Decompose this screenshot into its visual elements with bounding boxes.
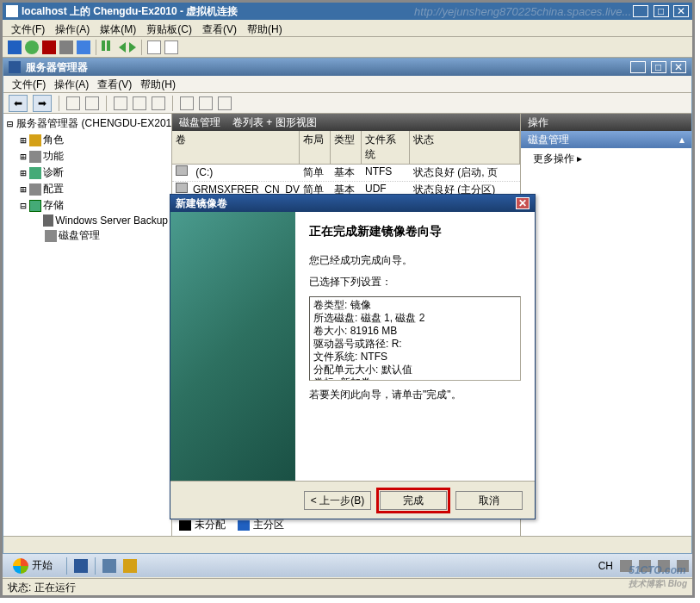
wizard-close-button[interactable]: ✕: [516, 197, 530, 209]
tree-wsb[interactable]: Windows Server Backup: [3, 214, 171, 227]
maximize-button[interactable]: □: [654, 5, 669, 17]
toolbar-icon-1[interactable]: [66, 96, 80, 110]
legend-unallocated-icon: [179, 520, 191, 531]
wizard-text-2: 已选择下列设置：: [309, 275, 521, 289]
menu-media[interactable]: 媒体(M): [96, 22, 139, 34]
quicklaunch-server-manager-icon[interactable]: [74, 559, 88, 573]
menu-help[interactable]: 帮助(H): [244, 22, 286, 34]
tree-roles[interactable]: ⊞角色: [3, 132, 171, 148]
tree-diagnostics[interactable]: ⊞诊断: [3, 165, 171, 181]
menu-action[interactable]: 操作(A): [52, 22, 93, 34]
close-button[interactable]: ✕: [673, 5, 689, 17]
col-layout[interactable]: 布局: [300, 131, 331, 164]
tree-root[interactable]: ⊟服务器管理器 (CHENGDU-EX2010): [3, 115, 171, 132]
menu-view[interactable]: 查看(V): [199, 22, 240, 34]
start-icon[interactable]: [25, 40, 39, 54]
wizard-text-1: 您已经成功完成向导。: [309, 253, 521, 268]
sm-title: 服务器管理器: [26, 60, 629, 75]
revert-icon[interactable]: [164, 40, 178, 54]
cancel-button[interactable]: 取消: [455, 491, 523, 510]
more-actions[interactable]: 更多操作 ▸: [521, 148, 691, 170]
tray-volume-icon[interactable]: [677, 560, 689, 572]
wizard-side-graphic: [170, 212, 295, 481]
legend-primary-icon: [238, 520, 250, 531]
snapshot-icon[interactable]: [147, 40, 161, 54]
shutdown-icon[interactable]: [59, 40, 73, 54]
save-icon[interactable]: [77, 40, 90, 54]
sm-titlebar: 服务器管理器 _ □ ✕: [3, 59, 691, 76]
sm-close-button[interactable]: ✕: [671, 61, 686, 73]
tree-features[interactable]: ⊞功能: [3, 148, 171, 165]
wizard-titlebar: 新建镜像卷 ✕: [170, 195, 535, 212]
start-button[interactable]: 开始: [6, 556, 59, 575]
finish-button[interactable]: 完成: [380, 491, 447, 510]
center-header-view: 卷列表 + 图形视图: [232, 115, 317, 130]
minimize-button[interactable]: _: [633, 5, 648, 17]
vm-status-bar: 状态: 正在运行: [3, 578, 692, 595]
sm-menubar: 文件(F) 操作(A) 查看(V) 帮助(H): [3, 76, 691, 93]
actions-pane: 操作 磁盘管理▴ 更多操作 ▸: [521, 114, 691, 536]
wizard-content: 正在完成新建镜像卷向导 您已经成功完成向导。 已选择下列设置： 卷类型: 镜像 …: [295, 212, 535, 481]
windows-orb-icon: [13, 558, 28, 574]
watermark-url: http://yejunsheng870225china.spaces.live…: [414, 5, 631, 18]
wizard-button-row: < 上一步(B) 完成 取消: [170, 481, 535, 519]
nav-back-button[interactable]: ⬅: [9, 95, 28, 112]
pause-icon[interactable]: [102, 40, 115, 54]
toolbar-icon-8[interactable]: [218, 96, 232, 110]
volume-list-header: 卷 布局 类型 文件系统 状态: [172, 131, 520, 165]
legend-primary: 主分区: [253, 518, 284, 532]
menu-clipboard[interactable]: 剪贴板(C): [143, 22, 195, 34]
tree-storage[interactable]: ⊟存储: [3, 197, 171, 214]
col-volume[interactable]: 卷: [172, 131, 300, 164]
legend-unallocated: 未分配: [195, 518, 226, 532]
collapse-icon[interactable]: ▴: [679, 134, 685, 146]
sm-menu-help[interactable]: 帮助(H): [140, 78, 176, 90]
vm-toolbar: [3, 37, 692, 58]
volume-row[interactable]: (C:) 简单 基本 NTFS 状态良好 (启动, 页: [172, 165, 520, 182]
toolbar-icon-4[interactable]: [133, 96, 146, 110]
sm-minimize-button[interactable]: _: [630, 61, 646, 73]
sm-toolbar: ⬅ ➡: [3, 93, 691, 114]
sm-menu-action[interactable]: 操作(A): [54, 78, 89, 90]
play-icon[interactable]: [129, 42, 136, 53]
tray-icon-1[interactable]: [620, 560, 632, 572]
menu-file[interactable]: 文件(F): [8, 22, 48, 34]
col-type[interactable]: 类型: [331, 131, 362, 164]
actions-header: 操作: [521, 114, 691, 131]
actions-sub-header: 磁盘管理▴: [521, 131, 691, 148]
center-header: 磁盘管理 卷列表 + 图形视图: [172, 114, 520, 131]
toolbar-icon-5[interactable]: [152, 96, 165, 110]
quicklaunch-explorer-icon[interactable]: [102, 559, 116, 573]
reset-icon[interactable]: [119, 42, 126, 53]
wizard-text-3: 若要关闭此向导，请单击"完成"。: [309, 388, 521, 402]
turn-off-icon[interactable]: [42, 40, 56, 54]
chevron-right-icon: ▸: [577, 152, 582, 165]
back-button[interactable]: < 上一步(B): [304, 491, 371, 510]
col-filesystem[interactable]: 文件系统: [362, 131, 410, 164]
tray-network-icon[interactable]: [658, 560, 670, 572]
refresh-icon[interactable]: [180, 96, 194, 110]
start-label: 开始: [32, 558, 53, 573]
sm-maximize-button[interactable]: □: [651, 61, 666, 73]
toolbar-icon-3[interactable]: [114, 96, 127, 110]
server-manager-icon: [9, 61, 21, 73]
col-status[interactable]: 状态: [410, 131, 520, 164]
toolbar-icon-2[interactable]: [85, 96, 99, 110]
wizard-title: 新建镜像卷: [176, 196, 227, 211]
navigation-tree[interactable]: ⊟服务器管理器 (CHENGDU-EX2010) ⊞角色 ⊞功能 ⊞诊断 ⊞配置…: [3, 114, 172, 536]
vm-window-title: localhost 上的 Chengdu-Ex2010 - 虚拟机连接: [22, 4, 414, 19]
sm-menu-view[interactable]: 查看(V): [97, 78, 132, 90]
vm-menubar: 文件(F) 操作(A) 媒体(M) 剪贴板(C) 查看(V) 帮助(H): [3, 20, 692, 37]
sm-menu-file[interactable]: 文件(F): [12, 78, 46, 90]
center-header-title: 磁盘管理: [179, 115, 220, 130]
tray-icon-2[interactable]: [639, 560, 651, 572]
vm-titlebar: localhost 上的 Chengdu-Ex2010 - 虚拟机连接 http…: [3, 3, 692, 20]
quicklaunch-folder-icon[interactable]: [123, 559, 137, 573]
toolbar-icon-7[interactable]: [199, 96, 213, 110]
tree-disk-mgmt[interactable]: 磁盘管理: [3, 227, 171, 244]
wizard-settings-box[interactable]: 卷类型: 镜像 所选磁盘: 磁盘 1, 磁盘 2 卷大小: 81916 MB 驱…: [309, 296, 521, 381]
language-indicator[interactable]: CH: [598, 560, 613, 572]
tree-configuration[interactable]: ⊞配置: [3, 181, 171, 197]
ctrl-alt-del-icon[interactable]: [8, 40, 22, 54]
nav-forward-button[interactable]: ➡: [33, 95, 52, 112]
